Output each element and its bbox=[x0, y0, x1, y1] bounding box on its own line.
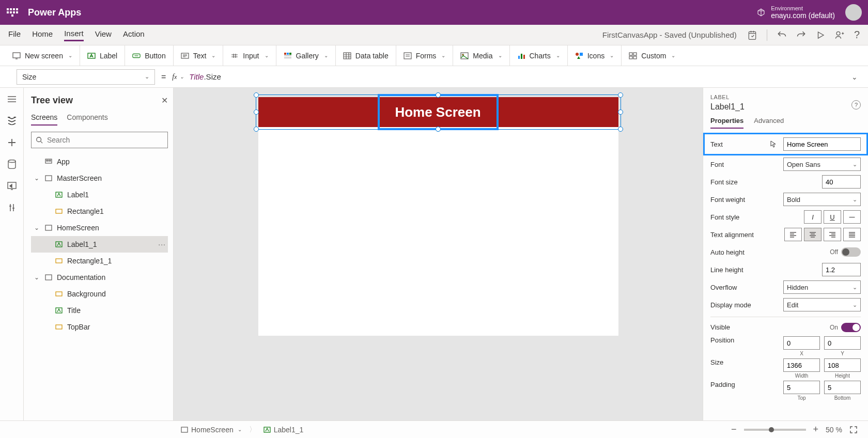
font-style-strike[interactable] bbox=[843, 210, 861, 224]
rail-tree-view-icon[interactable] bbox=[7, 116, 17, 126]
tree-node-background[interactable]: Background bbox=[31, 286, 168, 302]
menu-file[interactable]: File bbox=[8, 29, 21, 40]
ribbon-button[interactable]: Button bbox=[125, 45, 173, 66]
more-icon[interactable]: ··· bbox=[158, 240, 166, 248]
redo-icon[interactable] bbox=[796, 30, 807, 40]
tree-search-input[interactable] bbox=[47, 136, 163, 144]
tree-tab-components[interactable]: Components bbox=[67, 113, 107, 126]
play-icon[interactable] bbox=[816, 30, 825, 40]
undo-icon[interactable] bbox=[777, 30, 787, 40]
tree-node-label1-1[interactable]: Label1_1··· bbox=[31, 236, 168, 253]
ribbon-label[interactable]: Label bbox=[80, 45, 125, 66]
app-checker-icon[interactable] bbox=[747, 30, 757, 40]
environment-selector[interactable]: Environment enayu.com (default) bbox=[771, 5, 835, 20]
visible-toggle[interactable] bbox=[841, 323, 861, 332]
tree-node-topbar[interactable]: TopBar bbox=[31, 319, 168, 335]
selected-label[interactable]: Home Screen bbox=[378, 94, 499, 130]
app-title: Power Apps bbox=[28, 7, 756, 18]
share-icon[interactable] bbox=[834, 30, 845, 40]
props-tab-properties[interactable]: Properties bbox=[710, 117, 743, 129]
tree-node-rectangle1[interactable]: Rectangle1 bbox=[31, 203, 168, 220]
align-justify-icon[interactable] bbox=[843, 228, 861, 241]
resize-handle[interactable] bbox=[618, 92, 623, 98]
prop-position-y[interactable] bbox=[824, 336, 861, 350]
rail-media-icon[interactable] bbox=[7, 181, 17, 191]
fx-button[interactable]: fx⌄ bbox=[172, 73, 184, 81]
resize-handle[interactable] bbox=[618, 110, 623, 115]
collapse-icon[interactable]: ⌄ bbox=[33, 224, 40, 231]
ribbon-custom[interactable]: Custom⌄ bbox=[622, 45, 683, 66]
canvas-screen[interactable]: Home Screen bbox=[258, 97, 618, 336]
resize-handle[interactable] bbox=[254, 92, 259, 98]
rail-hamburger-icon[interactable] bbox=[7, 94, 17, 104]
prop-size-width[interactable] bbox=[783, 358, 820, 372]
prop-padding-bottom[interactable] bbox=[824, 381, 861, 394]
rail-data-icon[interactable] bbox=[7, 159, 17, 169]
resize-handle[interactable] bbox=[254, 127, 259, 132]
canvas-area[interactable]: Home Screen bbox=[174, 88, 703, 420]
user-avatar-icon[interactable] bbox=[845, 4, 862, 21]
align-left-icon[interactable] bbox=[784, 228, 802, 241]
prop-text-input[interactable] bbox=[783, 137, 861, 151]
align-center-icon[interactable] bbox=[804, 228, 822, 241]
zoom-out-icon[interactable]: − bbox=[731, 424, 737, 435]
zoom-slider[interactable] bbox=[744, 429, 806, 431]
fit-screen-icon[interactable] bbox=[849, 426, 858, 434]
property-selector[interactable]: Size ⌄ bbox=[17, 69, 155, 85]
resize-handle[interactable] bbox=[436, 127, 441, 132]
resize-handle[interactable] bbox=[618, 127, 623, 132]
help-icon[interactable]: ? bbox=[854, 29, 860, 41]
menu-action[interactable]: Action bbox=[123, 29, 145, 40]
ribbon-forms[interactable]: Forms⌄ bbox=[396, 45, 454, 66]
menu-insert[interactable]: Insert bbox=[64, 29, 84, 41]
resize-handle[interactable] bbox=[436, 92, 441, 98]
resize-handle[interactable] bbox=[254, 110, 259, 115]
tree-node-title[interactable]: Title bbox=[31, 302, 168, 319]
props-tab-advanced[interactable]: Advanced bbox=[754, 117, 784, 129]
prop-position-x[interactable] bbox=[783, 336, 820, 350]
prop-font-select[interactable]: Open Sans⌄ bbox=[783, 158, 861, 171]
help-icon[interactable]: ? bbox=[851, 100, 861, 110]
close-icon[interactable]: ✕ bbox=[161, 96, 168, 105]
rail-insert-icon[interactable] bbox=[7, 137, 17, 148]
rail-advanced-tools-icon[interactable] bbox=[7, 202, 17, 213]
auto-height-toggle[interactable] bbox=[841, 247, 861, 257]
ribbon-media[interactable]: Media⌄ bbox=[453, 45, 509, 66]
tree-node-label1[interactable]: Label1 bbox=[31, 186, 168, 203]
tree-search[interactable] bbox=[31, 132, 168, 148]
tree-tab-screens[interactable]: Screens bbox=[31, 113, 57, 126]
ribbon-text[interactable]: Text⌄ bbox=[174, 45, 224, 66]
font-style-italic[interactable]: I bbox=[804, 210, 822, 224]
ribbon-icons[interactable]: Icons⌄ bbox=[568, 45, 622, 66]
svg-rect-15 bbox=[518, 56, 520, 59]
tree-node-documentation[interactable]: ⌄Documentation bbox=[31, 269, 168, 286]
tree-node-masterscreen[interactable]: ⌄MasterScreen bbox=[31, 170, 168, 186]
ribbon-new-screen[interactable]: New screen⌄ bbox=[5, 45, 80, 66]
collapse-icon[interactable]: ⌄ bbox=[33, 274, 40, 281]
tree-node-app[interactable]: App bbox=[31, 153, 168, 170]
tree-node-homescreen[interactable]: ⌄HomeScreen bbox=[31, 220, 168, 236]
breadcrumb-element[interactable]: Label1_1 bbox=[264, 426, 304, 434]
prop-display-mode-select[interactable]: Edit⌄ bbox=[783, 298, 861, 311]
prop-size-height[interactable] bbox=[824, 358, 861, 372]
prop-overflow-select[interactable]: Hidden⌄ bbox=[783, 280, 861, 294]
align-right-icon[interactable] bbox=[824, 228, 841, 241]
collapse-icon[interactable]: ⌄ bbox=[33, 175, 40, 182]
font-style-underline[interactable]: U bbox=[824, 210, 841, 224]
formula-input[interactable]: Title.Size bbox=[189, 72, 851, 82]
prop-line-height-input[interactable] bbox=[822, 263, 861, 276]
ribbon-data-table[interactable]: Data table bbox=[336, 45, 396, 66]
prop-padding-top[interactable] bbox=[783, 381, 820, 394]
ribbon-gallery[interactable]: Gallery⌄ bbox=[276, 45, 336, 66]
prop-font-size-input[interactable] bbox=[822, 175, 861, 189]
zoom-in-icon[interactable]: + bbox=[813, 424, 819, 435]
prop-font-weight-select[interactable]: Bold⌄ bbox=[783, 193, 861, 206]
ribbon-input[interactable]: Input⌄ bbox=[223, 45, 276, 66]
app-launcher-icon[interactable] bbox=[6, 6, 19, 19]
ribbon-charts[interactable]: Charts⌄ bbox=[510, 45, 568, 66]
formula-expand-icon[interactable]: ⌄ bbox=[851, 73, 858, 81]
breadcrumb-screen[interactable]: HomeScreen ⌄ bbox=[181, 426, 242, 434]
menu-home[interactable]: Home bbox=[32, 29, 53, 40]
tree-node-rectangle1-1[interactable]: Rectangle1_1 bbox=[31, 253, 168, 269]
menu-view[interactable]: View bbox=[95, 29, 112, 40]
